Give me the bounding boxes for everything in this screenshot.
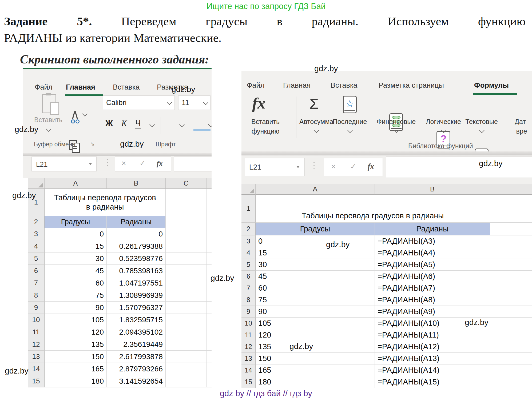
formula-bar-input[interactable]	[386, 157, 532, 178]
cell-empty[interactable]	[166, 252, 207, 265]
row-number[interactable]: 5	[28, 252, 45, 265]
cell-degrees[interactable]: 105	[45, 314, 107, 326]
column-header-a[interactable]: A	[45, 178, 107, 189]
row-number[interactable]: 9	[241, 306, 256, 318]
cell-formula[interactable]: =РАДИАНЫ(A9)	[375, 306, 490, 318]
cell-empty[interactable]	[490, 341, 532, 353]
logical-functions-button[interactable]: Логические	[422, 118, 465, 126]
cell-empty[interactable]	[166, 375, 207, 387]
cell-formula[interactable]: =РАДИАНЫ(A6)	[375, 271, 490, 282]
autosum-icon[interactable]: Σ	[309, 96, 319, 111]
cell-empty[interactable]	[166, 302, 207, 314]
datetime-functions-button[interactable]: Дат	[504, 118, 532, 126]
row-number[interactable]: 10	[241, 318, 256, 329]
row-number[interactable]: 13	[28, 351, 45, 363]
cell-empty[interactable]	[490, 259, 532, 271]
tab-file[interactable]: Файл	[35, 83, 52, 91]
cell-degrees[interactable]: 75	[45, 289, 107, 302]
cell-radians[interactable]: 1.832595715	[107, 314, 166, 326]
cell-empty[interactable]	[166, 314, 207, 326]
row-number[interactable]: 6	[28, 265, 45, 277]
row-number[interactable]: 3	[28, 228, 45, 240]
cell-degrees[interactable]: 90	[256, 306, 375, 318]
cell-degrees[interactable]: 15	[256, 247, 375, 259]
row-number[interactable]: 12	[28, 338, 45, 351]
insert-function-icon[interactable]: fx	[252, 94, 265, 113]
cell-empty[interactable]	[490, 376, 532, 388]
cell-empty[interactable]	[490, 195, 532, 223]
row-number[interactable]: 7	[28, 277, 45, 289]
row-number[interactable]: 15	[241, 376, 256, 388]
cell-degrees[interactable]: 30	[45, 252, 107, 265]
cell-empty[interactable]	[166, 363, 207, 375]
row-number[interactable]: 11	[28, 326, 45, 338]
cell-degrees[interactable]: 60	[45, 277, 107, 289]
cell-degrees[interactable]: 150	[45, 351, 107, 363]
degrees-header-cell[interactable]: Градусы	[45, 216, 107, 228]
row-number[interactable]: 8	[28, 289, 45, 302]
degrees-header-cell[interactable]: Градусы	[256, 223, 375, 235]
font-size-combobox[interactable]: 11	[178, 95, 211, 110]
row-number[interactable]: 10	[28, 314, 45, 326]
cell-formula[interactable]: =РАДИАНЫ(A14)	[375, 364, 490, 376]
insert-function-icon[interactable]: fx	[368, 162, 374, 171]
row-number[interactable]: 5	[241, 259, 256, 271]
cell-empty[interactable]	[490, 282, 532, 294]
insert-function-button[interactable]: Вставить	[244, 118, 287, 126]
cell-empty[interactable]	[490, 294, 532, 306]
cell-degrees[interactable]: 30	[256, 259, 375, 271]
row-number[interactable]: 6	[241, 271, 256, 282]
row-number[interactable]: 2	[241, 223, 256, 235]
cell-degrees[interactable]: 45	[45, 265, 107, 277]
radians-header-cell[interactable]: Радианы	[107, 216, 166, 228]
cell-empty[interactable]	[166, 228, 207, 240]
cell-empty[interactable]	[166, 338, 207, 351]
cell-empty[interactable]	[166, 189, 207, 216]
font-name-combobox[interactable]: Calibri	[103, 95, 175, 110]
paste-icon[interactable]	[42, 94, 56, 113]
cell-empty[interactable]	[166, 351, 207, 363]
cell-empty[interactable]	[490, 271, 532, 282]
underline-button[interactable]: Ч	[135, 119, 141, 129]
column-header-b[interactable]: B	[375, 184, 490, 195]
cell-formula[interactable]: =РАДИАНЫ(A12)	[375, 341, 490, 353]
cell-radians[interactable]: 1.047197551	[107, 277, 166, 289]
cell-degrees[interactable]: 150	[256, 353, 375, 364]
cell-degrees[interactable]: 90	[45, 302, 107, 314]
cell-degrees[interactable]: 135	[45, 338, 107, 351]
cell-radians[interactable]: 0.785398163	[107, 265, 166, 277]
recent-functions-button[interactable]: Последние	[330, 118, 370, 126]
cell-degrees[interactable]: 0	[45, 228, 107, 240]
cell-formula[interactable]: =РАДИАНЫ(A15)	[375, 376, 490, 388]
paste-button[interactable]: Вставить	[31, 116, 66, 124]
formula-bar-drag-handle[interactable]	[313, 162, 315, 169]
tab-insert[interactable]: Вставка	[331, 81, 357, 90]
cell-degrees[interactable]: 180	[45, 375, 107, 387]
radians-header-cell[interactable]: Радианы	[375, 223, 490, 235]
formula-bar-drag-handle[interactable]	[107, 159, 108, 166]
row-number[interactable]: 4	[28, 240, 45, 252]
cell-degrees[interactable]: 120	[45, 326, 107, 338]
cell-formula[interactable]: =РАДИАНЫ(A8)	[375, 294, 490, 306]
cell-formula[interactable]: =РАДИАНЫ(A3)	[375, 235, 490, 247]
cell-radians[interactable]: 1.570796327	[107, 302, 166, 314]
tab-home[interactable]: Главная	[283, 81, 311, 90]
cell-empty[interactable]	[490, 318, 532, 329]
cell-formula[interactable]: =РАДИАНЫ(A5)	[375, 259, 490, 271]
cell-radians[interactable]: 0.261799388	[107, 240, 166, 252]
cell-degrees[interactable]: 0	[256, 235, 375, 247]
tab-insert[interactable]: Вставка	[113, 83, 140, 91]
tab-file[interactable]: Файл	[247, 81, 264, 90]
cell-empty[interactable]	[490, 306, 532, 318]
name-box-chevron-down-icon[interactable]	[89, 163, 92, 165]
cell-degrees[interactable]: 105	[256, 318, 375, 329]
cell-degrees[interactable]: 120	[256, 329, 375, 341]
cell-degrees[interactable]: 75	[256, 294, 375, 306]
enter-icon[interactable]: ✓	[140, 159, 145, 167]
formula-bar-input[interactable]	[174, 157, 212, 171]
cell-radians[interactable]: 2.879793266	[107, 363, 166, 375]
cell-degrees[interactable]: 180	[256, 376, 375, 388]
tab-page-layout[interactable]: Разметка страницы	[379, 81, 444, 90]
cell-empty[interactable]	[166, 326, 207, 338]
cell-radians[interactable]: 2.094395102	[107, 326, 166, 338]
